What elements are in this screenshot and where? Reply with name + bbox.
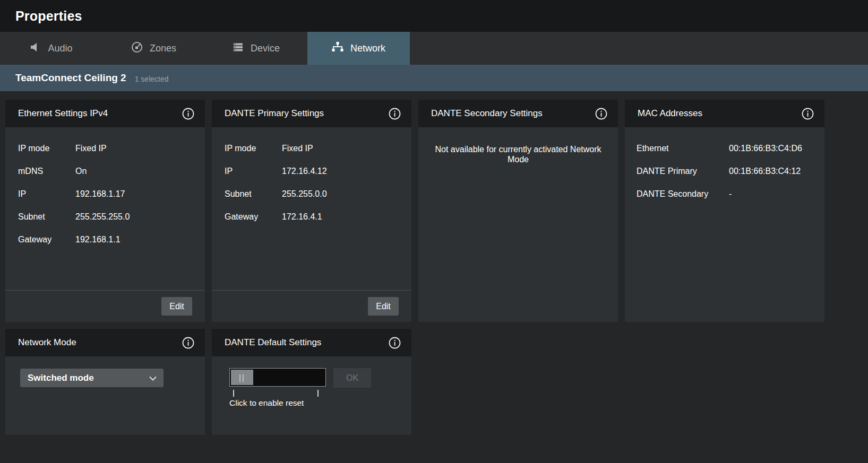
setting-value: 192.168.1.1 [75,234,192,245]
setting-value: - [729,189,812,199]
setting-label: Gateway [225,212,282,222]
tab-device[interactable]: Device [205,32,307,65]
chevron-down-icon [149,373,157,383]
setting-row: IP 192.168.1.17 [18,189,192,199]
grid-spacer [418,329,618,435]
setting-row: Ethernet 00:1B:66:B3:C4:D6 [637,143,812,154]
setting-label: Subnet [225,189,282,199]
setting-label: IP [18,189,75,199]
card-ethernet-settings: Ethernet Settings IPv4 IP mode Fixed IP … [5,100,205,322]
device-name: TeamConnect Ceiling 2 [15,72,126,84]
setting-label: IP mode [18,143,75,154]
network-icon [332,41,343,55]
card-grid-row1: Ethernet Settings IPv4 IP mode Fixed IP … [5,100,863,322]
info-icon[interactable] [595,108,607,120]
setting-value: 00:1B:66:B3:C4:12 [729,166,812,177]
device-icon [233,42,244,55]
info-icon[interactable] [802,108,814,120]
card-network-mode: Network Mode Switched mode [5,329,205,435]
tab-zones[interactable]: Zones [102,32,205,65]
card-body: IP mode Fixed IP IP 172.16.4.12 Subnet 2… [212,127,411,290]
selection-bar: TeamConnect Ceiling 2 1 selected [0,65,868,91]
setting-row: IP 172.16.4.12 [225,166,399,177]
setting-row: mDNS On [18,166,192,177]
edit-button[interactable]: Edit [368,297,399,316]
setting-label: DANTE Secondary [637,189,729,199]
card-grid-row2: Network Mode Switched mode DANTE Default… [5,329,863,435]
card-body: || Click to enable reset OK [212,356,411,435]
grid-spacer [625,329,824,435]
setting-row: IP mode Fixed IP [225,143,399,154]
card-header: Ethernet Settings IPv4 [5,100,205,127]
setting-value: 172.16.4.1 [282,212,399,222]
edit-button[interactable]: Edit [161,297,192,316]
card-title: DANTE Secondary Settings [431,108,543,119]
card-footer: Edit [212,290,411,322]
card-title: MAC Addresses [638,108,702,119]
setting-label: Gateway [18,234,75,245]
card-title: Ethernet Settings IPv4 [18,108,108,119]
setting-value: On [75,166,192,177]
info-icon[interactable] [389,108,401,120]
slider-ticks [229,390,326,397]
card-header: DANTE Default Settings [212,329,411,356]
card-footer: Edit [5,290,205,322]
setting-value: 172.16.4.12 [282,166,399,177]
tab-network[interactable]: Network [307,32,410,65]
selection-count: 1 selected [135,75,169,83]
info-icon[interactable] [182,108,194,120]
zones-icon [131,41,143,56]
info-icon[interactable] [389,337,401,349]
slider-handle[interactable]: || [231,370,253,385]
ok-button[interactable]: OK [333,368,371,388]
network-mode-select[interactable]: Switched mode [20,369,164,387]
tab-label: Device [251,43,280,54]
setting-value: 255.255.255.0 [75,212,192,222]
card-header: DANTE Primary Settings [212,100,411,127]
setting-label: IP mode [225,143,282,154]
content-area: Ethernet Settings IPv4 IP mode Fixed IP … [0,91,868,435]
card-body: Switched mode [5,356,205,435]
setting-row: Subnet 255.255.0.0 [225,189,399,199]
card-title: DANTE Default Settings [225,337,321,348]
card-body: Ethernet 00:1B:66:B3:C4:D6 DANTE Primary… [625,127,824,322]
tab-label: Audio [48,43,72,54]
slider-hint: Click to enable reset [229,398,326,408]
reset-slider[interactable]: || [229,368,326,387]
setting-label: mDNS [18,166,75,177]
setting-row: DANTE Primary 00:1B:66:B3:C4:12 [637,166,812,177]
setting-row: DANTE Secondary - [637,189,812,199]
page-title: Properties [15,8,82,24]
tab-label: Network [350,43,385,54]
card-mac-addresses: MAC Addresses Ethernet 00:1B:66:B3:C4:D6… [625,100,824,322]
reset-slider-group: || Click to enable reset [229,368,326,408]
selected-option: Switched mode [28,373,94,383]
card-title: DANTE Primary Settings [225,108,324,119]
card-header: MAC Addresses [625,100,824,127]
tab-label: Zones [150,43,176,54]
tab-audio[interactable]: Audio [0,32,102,65]
setting-label: Ethernet [637,143,729,154]
setting-value: 255.255.0.0 [282,189,399,199]
card-header: Network Mode [5,329,205,356]
setting-row: IP mode Fixed IP [18,143,192,154]
setting-value: 00:1B:66:B3:C4:D6 [729,143,812,154]
setting-label: Subnet [18,212,75,222]
setting-value: 192.168.1.17 [75,189,192,199]
setting-value: Fixed IP [75,143,192,154]
card-dante-default: DANTE Default Settings || Click to enabl… [212,329,411,435]
info-icon[interactable] [182,337,194,349]
setting-value: Fixed IP [282,143,399,154]
setting-label: IP [225,166,282,177]
setting-row: Subnet 255.255.255.0 [18,212,192,222]
card-body: IP mode Fixed IP mDNS On IP 192.168.1.17… [5,127,205,290]
card-header: DANTE Secondary Settings [418,100,618,127]
setting-row: Gateway 172.16.4.1 [225,212,399,222]
tab-bar: Audio Zones Device [0,32,868,65]
setting-row: Gateway 192.168.1.1 [18,234,192,245]
card-dante-primary: DANTE Primary Settings IP mode Fixed IP … [212,100,411,322]
card-title: Network Mode [18,337,76,348]
card-dante-secondary: DANTE Secondary Settings Not available f… [418,100,618,322]
app-header: Properties [0,0,868,32]
speaker-icon [30,42,41,55]
